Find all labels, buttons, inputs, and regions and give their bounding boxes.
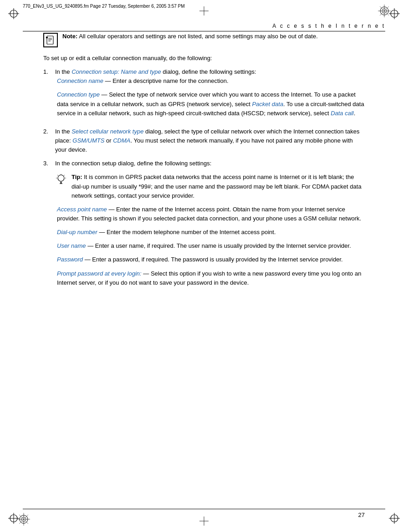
item1-intro: In the xyxy=(55,68,71,75)
corner-mark-br xyxy=(389,513,400,524)
svg-line-38 xyxy=(57,175,58,176)
dash-pw: — xyxy=(83,256,92,263)
item3-intro: In the connection setup dialog, define t… xyxy=(55,160,211,167)
list-num-3: 3. xyxy=(43,159,51,292)
term-connection-type: Connection type xyxy=(57,91,100,98)
list-num-1: 1. xyxy=(43,67,51,123)
note-icon xyxy=(43,33,58,47)
item1-link: Connection setup: Name and type xyxy=(71,68,161,75)
desc-password: Enter a password, if required. The passw… xyxy=(92,256,342,263)
page-title: A c c e s s t h e I n t e r n e t xyxy=(272,23,385,29)
desc-user-name: Enter a user name, if required. The user… xyxy=(95,242,351,249)
def-dialup-number: Dial-up number — Enter the modem telepho… xyxy=(57,228,365,237)
def-password: Password — Enter a password, if required… xyxy=(57,255,365,264)
item2-or: or xyxy=(104,137,113,144)
term-data-call: Data call xyxy=(331,110,354,117)
term-connection-name: Connection name xyxy=(57,77,103,84)
dash-pp: — xyxy=(142,270,151,277)
list-item-2: 2. In the Select cellular network type d… xyxy=(43,127,365,154)
item3-defs: Access point name — Enter the name of th… xyxy=(57,205,365,287)
def-access-point-name: Access point name — Enter the name of th… xyxy=(57,205,365,223)
intro-paragraph: To set up or edit a cellular connection … xyxy=(43,54,365,63)
term-prompt-password: Prompt password at every login: xyxy=(57,270,142,277)
term-cdma: CDMA xyxy=(113,137,130,144)
list-content-3: In the connection setup dialog, define t… xyxy=(55,159,365,292)
tip-label: Tip: xyxy=(71,174,82,180)
term-gsm-umts: GSM/UMTS xyxy=(72,137,104,144)
mid-mark-bottom xyxy=(199,517,209,526)
item2-intro: In the xyxy=(55,128,71,135)
svg-point-33 xyxy=(58,175,64,181)
tip-body: It is common in GPRS packet data network… xyxy=(71,174,362,199)
tip-icon xyxy=(55,174,67,185)
sunburst-bottom-left xyxy=(17,513,30,527)
tip-text: Tip: It is common in GPRS packet data ne… xyxy=(71,173,365,200)
item1-defs: Connection name — Enter a descriptive na… xyxy=(57,77,365,118)
intro-text: To set up or edit a cellular connection … xyxy=(43,55,212,61)
note-body: All cellular operators and settings are … xyxy=(79,33,318,40)
term-access-point-name: Access point name xyxy=(57,206,107,213)
dash-un: — xyxy=(86,242,95,249)
def-prompt-password: Prompt password at every login: — Select… xyxy=(57,269,365,287)
list-item-1: 1. In the Connection setup: Name and typ… xyxy=(43,67,365,123)
main-content: Note: All cellular operators and setting… xyxy=(43,32,365,505)
page-number: 27 xyxy=(358,512,365,518)
term-user-name: User name xyxy=(57,242,86,249)
list-item-3: 3. In the connection setup dialog, defin… xyxy=(43,159,365,292)
def-connection-type: Connection type — Select the type of net… xyxy=(57,90,365,118)
note-box: Note: All cellular operators and setting… xyxy=(43,32,365,47)
desc-connection-name: Enter a descriptive name for the connect… xyxy=(112,77,228,84)
corner-mark-tl xyxy=(8,8,19,19)
note-label: Note: xyxy=(62,33,77,40)
term-dialup-number: Dial-up number xyxy=(57,229,97,235)
file-info-bar: 770_ENv3_US_UG_9240895.fm Page 27 Tuesda… xyxy=(23,4,385,9)
list-content-2: In the Select cellular network type dial… xyxy=(55,127,365,154)
term-password: Password xyxy=(57,256,83,263)
footer-line xyxy=(23,509,385,509)
dash2: — xyxy=(100,91,109,98)
dash-dn: — xyxy=(97,229,107,235)
term-packet-data: Packet data xyxy=(252,101,283,107)
desc-connection-type-3: . xyxy=(354,110,356,117)
svg-line-39 xyxy=(64,175,65,176)
instructions-list: 1. In the Connection setup: Name and typ… xyxy=(43,67,365,292)
note-text: Note: All cellular operators and setting… xyxy=(62,32,318,41)
svg-rect-28 xyxy=(47,36,53,44)
list-content-1: In the Connection setup: Name and type d… xyxy=(55,67,365,123)
list-num-2: 2. xyxy=(43,127,51,154)
item1-after: dialog, define the following settings: xyxy=(161,68,256,75)
dash-apn: — xyxy=(107,206,116,213)
def-user-name: User name — Enter a user name, if requir… xyxy=(57,241,365,251)
def-connection-name: Connection name — Enter a descriptive na… xyxy=(57,77,365,86)
dash1: — xyxy=(103,77,112,84)
tip-box: Tip: It is common in GPRS packet data ne… xyxy=(55,173,365,200)
desc-dialup-number: Enter the modem telephone number of the … xyxy=(107,229,275,235)
svg-rect-32 xyxy=(46,37,48,38)
header-section: A c c e s s t h e I n t e r n e t xyxy=(23,23,385,31)
file-info-text: 770_ENv3_US_UG_9240895.fm Page 27 Tuesda… xyxy=(23,4,185,9)
item2-link: Select cellular network type xyxy=(71,128,143,135)
